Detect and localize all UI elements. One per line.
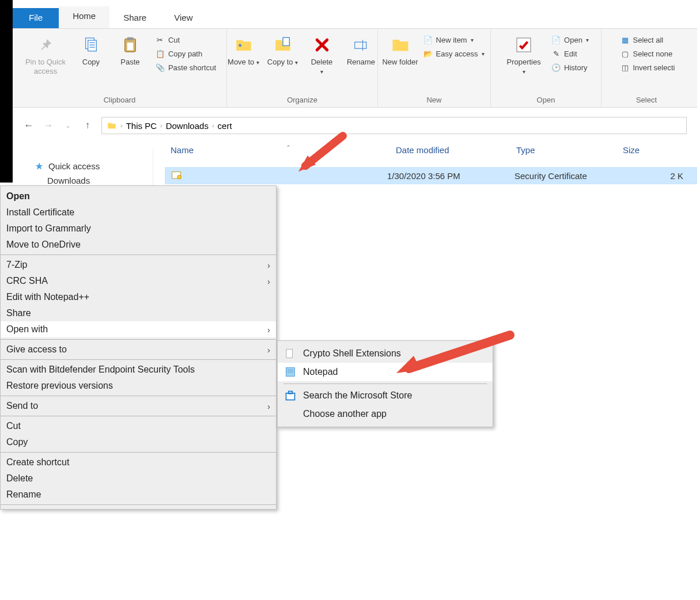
group-clipboard: Pin to Quick access Copy Paste ✂Cut 📋Cop…: [13, 29, 227, 107]
copy-path-button[interactable]: 📋Copy path: [153, 48, 205, 59]
ctx-separator: [1, 339, 276, 340]
ctx-open[interactable]: Open: [1, 188, 276, 204]
breadcrumb-cert[interactable]: cert: [218, 121, 232, 131]
rename-icon: [351, 35, 372, 55]
delete-button[interactable]: Delete▾: [304, 31, 340, 75]
ctx-send-to[interactable]: Send to›: [1, 398, 276, 414]
ctx-share[interactable]: Share: [1, 305, 276, 321]
cut-button[interactable]: ✂Cut: [153, 35, 182, 45]
forward-button[interactable]: →: [43, 120, 54, 131]
sort-caret-up-icon: ⌃: [286, 144, 291, 151]
open-button[interactable]: 📄Open ▾: [549, 35, 591, 45]
pin-label: Pin to Quick access: [21, 58, 70, 75]
col-name[interactable]: Name⌃: [165, 145, 387, 155]
open-label: Open: [564, 36, 582, 44]
newfolder-icon: [390, 35, 411, 55]
file-date: 1/30/2020 3:56 PM: [387, 171, 511, 181]
rename-button[interactable]: Rename: [343, 31, 380, 67]
scissors-icon: ✂: [156, 35, 165, 44]
copy-to-button[interactable]: Copy to ▾: [264, 31, 301, 67]
delete-label: Delete▾: [311, 58, 333, 75]
select-none-button[interactable]: ▢Select none: [618, 48, 675, 59]
quick-access-item[interactable]: Quick access: [13, 159, 153, 173]
edit-button[interactable]: ✎Edit: [549, 48, 579, 59]
tab-view[interactable]: View: [160, 8, 206, 28]
col-date[interactable]: Date modified: [387, 145, 510, 155]
chevron-right-icon: ›: [267, 260, 270, 270]
ctx-copy[interactable]: Copy: [1, 434, 276, 450]
paste-shortcut-button[interactable]: 📎Paste shortcut: [153, 62, 218, 73]
ctx-7zip[interactable]: 7-Zip›: [1, 257, 276, 273]
tab-file[interactable]: File: [13, 8, 59, 28]
svg-rect-1: [88, 40, 97, 51]
moveto-label: Move to ▾: [228, 58, 259, 67]
ctx-rename[interactable]: Rename: [1, 487, 276, 503]
newfolder-label: New folder: [382, 58, 418, 67]
chevron-right-icon: ›: [120, 122, 123, 129]
newitem-icon: 📄: [423, 35, 433, 44]
shortcut-icon: 📎: [156, 63, 165, 72]
invert-selection-button[interactable]: ◫Invert selecti: [618, 62, 678, 73]
ctx-install-certificate[interactable]: Install Certificate: [1, 204, 276, 221]
folder-icon: [107, 120, 117, 131]
recent-locations[interactable]: ⌄: [62, 120, 74, 131]
annotation-arrow-icon: [386, 328, 519, 380]
back-button[interactable]: ←: [23, 120, 35, 131]
ctx-restore-versions[interactable]: Restore previous versions: [1, 378, 276, 394]
tab-share[interactable]: Share: [109, 8, 160, 28]
ctx-create-shortcut[interactable]: Create shortcut: [1, 454, 276, 470]
svg-rect-7: [127, 43, 134, 50]
ctx-crc-sha[interactable]: CRC SHA›: [1, 273, 276, 289]
ctx-open-with[interactable]: Open with›: [1, 321, 276, 337]
ctx-move-onedrive[interactable]: Move to OneDrive: [1, 237, 276, 253]
history-button[interactable]: 🕑History: [549, 62, 589, 73]
ctx-separator: [1, 359, 276, 360]
ctx-delete[interactable]: Delete: [1, 470, 276, 487]
chevron-right-icon: ›: [267, 345, 270, 355]
ctx-import-grammarly[interactable]: Import to Grammarly: [1, 221, 276, 237]
paste-button[interactable]: Paste: [112, 31, 149, 67]
tab-home[interactable]: Home: [59, 6, 109, 28]
ctx-separator: [1, 452, 276, 453]
nav-sidebar: Quick access Downloads: [13, 149, 153, 188]
easy-access-button[interactable]: 📂Easy access ▾: [421, 48, 487, 59]
chevron-right-icon: ›: [160, 122, 162, 129]
star-icon: [35, 162, 44, 171]
sub-search-store[interactable]: Search the Microsoft Store: [278, 386, 493, 405]
col-size[interactable]: Size: [617, 145, 686, 155]
chevron-right-icon: ›: [267, 401, 270, 411]
ribbon-tabs: File Home Share View: [13, 7, 697, 29]
move-to-button[interactable]: Move to ▾: [225, 31, 262, 67]
svg-rect-6: [127, 37, 134, 40]
ctx-give-access[interactable]: Give access to›: [1, 341, 276, 358]
properties-label: Properties▾: [506, 58, 540, 75]
col-type[interactable]: Type: [510, 145, 617, 155]
breadcrumb-this-pc[interactable]: This PC: [126, 121, 157, 131]
breadcrumb-downloads[interactable]: Downloads: [166, 121, 209, 131]
up-button[interactable]: ↑: [82, 120, 93, 131]
pin-icon: [35, 35, 56, 55]
pin-to-quick-access[interactable]: Pin to Quick access: [21, 31, 70, 75]
svg-rect-9: [354, 42, 366, 48]
file-row-selected[interactable]: 1/30/2020 3:56 PM Security Certificate 2…: [165, 167, 697, 184]
group-open: Properties▾ 📄Open ▾ ✎Edit 🕑History Open: [491, 29, 601, 107]
ctx-edit-notepadpp[interactable]: Edit with Notepad++: [1, 289, 276, 305]
paste-label: Paste: [120, 58, 139, 67]
ctx-cut[interactable]: Cut: [1, 418, 276, 434]
copy-button[interactable]: Copy: [73, 31, 109, 67]
path-icon: 📋: [156, 49, 165, 58]
address-bar[interactable]: › This PC › Downloads › cert: [101, 117, 687, 134]
svg-rect-18: [286, 393, 295, 400]
properties-button[interactable]: Properties▾: [501, 31, 547, 75]
new-item-button[interactable]: 📄New item ▾: [421, 35, 476, 45]
rename-label: Rename: [347, 58, 375, 67]
copyto-icon: [273, 35, 293, 55]
ctx-bitdefender[interactable]: Scan with Bitdefender Endpoint Security …: [1, 362, 276, 378]
history-label: History: [564, 63, 587, 72]
svg-rect-14: [286, 350, 293, 358]
easyaccess-label: Easy access: [436, 50, 478, 58]
new-folder-button[interactable]: New folder: [382, 31, 419, 67]
sub-separator: [283, 383, 487, 384]
select-all-button[interactable]: ▦Select all: [618, 35, 666, 45]
sub-choose-another[interactable]: Choose another app: [278, 405, 493, 423]
